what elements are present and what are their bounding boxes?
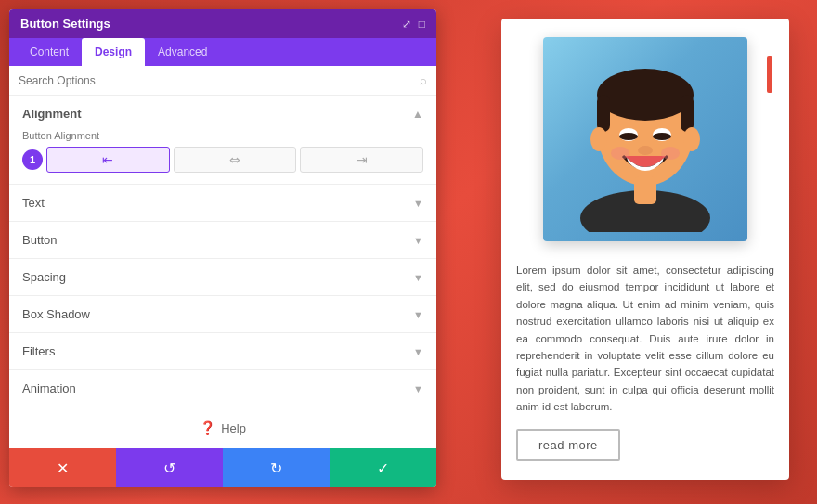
help-icon: ❓ [200, 420, 215, 435]
tab-advanced[interactable]: Advanced [145, 38, 220, 66]
panel-header: Button Settings ⤢ □ [9, 9, 436, 38]
panel-tabs: Content Design Advanced [9, 38, 436, 66]
button-settings-panel: Button Settings ⤢ □ Content Design Advan… [9, 9, 436, 487]
expand-icon[interactable]: ⤢ [402, 18, 411, 31]
alignment-badge: 1 [22, 149, 43, 170]
tab-content[interactable]: Content [17, 38, 82, 66]
spacing-section-title: Spacing [22, 270, 66, 284]
search-bar: ⌕ [9, 66, 436, 96]
redo-icon: ↻ [270, 459, 282, 477]
svg-point-1 [597, 69, 694, 121]
align-center-icon: ⇔ [229, 152, 240, 167]
box-shadow-section[interactable]: Box Shadow ▼ [9, 296, 436, 333]
text-section-title: Text [22, 196, 45, 210]
filters-section[interactable]: Filters ▼ [9, 333, 436, 370]
card-image-wrapper [501, 19, 789, 251]
align-center-button[interactable]: ⇔ [174, 147, 297, 173]
svg-point-5 [619, 133, 638, 140]
animation-section[interactable]: Animation ▼ [9, 370, 436, 407]
box-shadow-section-title: Box Shadow [22, 307, 90, 321]
button-alignment-label: Button Alignment [22, 130, 423, 141]
tab-design[interactable]: Design [82, 38, 145, 66]
redo-button[interactable]: ↻ [223, 448, 330, 487]
svg-point-9 [590, 127, 607, 151]
svg-point-14 [661, 147, 680, 160]
animation-section-title: Animation [22, 381, 76, 395]
align-right-button[interactable]: ⇥ [300, 147, 423, 173]
align-left-icon: ⇤ [102, 152, 113, 167]
cancel-button[interactable]: ✕ [9, 448, 116, 487]
panel-footer: ✕ ↺ ↻ ✓ [9, 448, 436, 487]
undo-button[interactable]: ↺ [116, 448, 223, 487]
alignment-options: 1 ⇤ ⇔ ⇥ [22, 147, 423, 173]
person-illustration [552, 46, 738, 232]
save-icon: ✓ [377, 459, 389, 477]
svg-point-8 [638, 146, 653, 155]
card-body: Lorem ipsum dolor sit amet, consectetur … [501, 251, 789, 480]
spacing-section[interactable]: Spacing ▼ [9, 259, 436, 296]
spacing-chevron-icon: ▼ [413, 272, 423, 283]
box-shadow-chevron-icon: ▼ [413, 309, 423, 320]
align-right-icon: ⇥ [357, 152, 368, 167]
svg-point-13 [611, 147, 629, 160]
text-section[interactable]: Text ▼ [9, 185, 436, 222]
alignment-section-title: Alignment [22, 107, 82, 121]
search-input[interactable] [19, 74, 420, 87]
cancel-icon: ✕ [57, 459, 69, 477]
svg-point-10 [683, 127, 700, 151]
preview-card: Lorem ipsum dolor sit amet, consectetur … [501, 19, 789, 480]
save-button[interactable]: ✓ [330, 448, 436, 487]
svg-rect-12 [634, 176, 656, 204]
card-text: Lorem ipsum dolor sit amet, consectetur … [516, 262, 774, 416]
text-chevron-icon: ▼ [413, 198, 423, 209]
filters-section-title: Filters [22, 344, 55, 358]
button-chevron-icon: ▼ [413, 235, 423, 246]
alignment-chevron-icon[interactable]: ▲ [412, 108, 423, 121]
preview-area: Lorem ipsum dolor sit amet, consectetur … [501, 19, 789, 480]
card-accent [767, 56, 772, 93]
help-label[interactable]: Help [221, 421, 246, 435]
panel-header-icons: ⤢ □ [402, 18, 425, 31]
window-icon[interactable]: □ [419, 18, 425, 31]
card-image [543, 37, 747, 241]
align-left-button[interactable]: ⇤ [46, 147, 170, 173]
alignment-section: Alignment ▲ Button Alignment 1 ⇤ ⇔ ⇥ [9, 96, 436, 185]
svg-rect-2 [597, 95, 610, 132]
panel-title: Button Settings [20, 17, 110, 31]
svg-rect-3 [681, 95, 694, 132]
filters-chevron-icon: ▼ [413, 346, 423, 357]
help-row: ❓ Help [9, 407, 436, 448]
read-more-button[interactable]: read more [516, 429, 620, 461]
undo-icon: ↺ [163, 459, 175, 477]
button-section[interactable]: Button ▼ [9, 222, 436, 259]
button-section-title: Button [22, 233, 58, 247]
alignment-section-header: Alignment ▲ [22, 107, 423, 121]
animation-chevron-icon: ▼ [413, 383, 423, 394]
search-icon: ⌕ [420, 73, 427, 87]
svg-point-7 [653, 133, 671, 140]
